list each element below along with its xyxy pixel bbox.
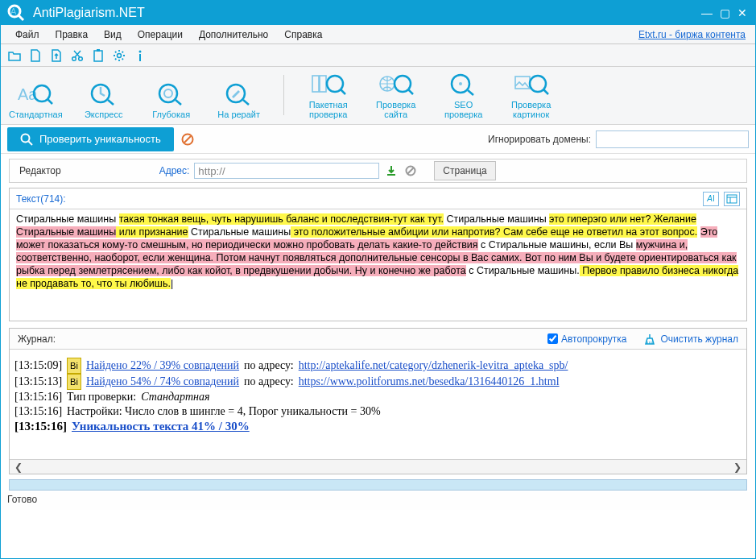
toolbar-separator: [283, 75, 284, 115]
site-icon: [378, 71, 414, 98]
ignore-domains-label: Игнорировать домены:: [488, 134, 591, 145]
font-mode-icon[interactable]: AI: [703, 192, 719, 206]
mode-standard[interactable]: Aa Стандартная: [9, 81, 63, 119]
info-icon[interactable]: [133, 48, 147, 63]
svg-point-28: [459, 82, 462, 85]
mode-images[interactable]: Проверкакартинок: [505, 71, 558, 119]
mode-deep[interactable]: Глубокая: [145, 81, 198, 119]
settings-gear-icon[interactable]: [112, 48, 126, 63]
svg-line-29: [468, 90, 473, 95]
menu-file[interactable]: Файл: [7, 27, 48, 43]
journal-row: [13:15:16] Настройки: Число слов в шингл…: [14, 404, 742, 419]
journal-hscroll[interactable]: ❮ ❯: [10, 459, 746, 474]
svg-line-19: [243, 100, 249, 105]
svg-text:A: A: [10, 6, 17, 16]
svg-line-23: [341, 89, 345, 94]
images-icon: [514, 71, 549, 98]
svg-line-34: [29, 141, 33, 145]
mode-batch-label: Пакетнаяпроверка: [309, 100, 348, 119]
clear-journal-button[interactable]: Очистить журнал: [644, 333, 738, 345]
journal-row: [13:15:16]Уникальность текста 41% / 30%: [14, 419, 742, 433]
svg-line-36: [184, 136, 191, 143]
menubar: Файл Правка Вид Операции Дополнительно С…: [1, 25, 755, 44]
new-file-icon[interactable]: [28, 48, 43, 63]
svg-point-16: [164, 89, 172, 97]
scroll-right-icon[interactable]: ❯: [733, 462, 742, 473]
mode-rewrite[interactable]: На рерайт: [213, 81, 266, 119]
menu-ops[interactable]: Операции: [130, 27, 191, 43]
svg-line-17: [176, 100, 181, 105]
svg-line-26: [408, 89, 413, 94]
express-icon: [89, 81, 118, 108]
page-tab[interactable]: Страница: [434, 161, 495, 180]
close-icon[interactable]: ✕: [734, 5, 750, 21]
standard-icon: Aa: [18, 81, 53, 108]
minimize-icon[interactable]: —: [699, 5, 715, 21]
download-icon[interactable]: [384, 164, 399, 178]
mode-standard-label: Стандартная: [9, 110, 63, 119]
mode-images-label: Проверкакартинок: [511, 100, 551, 119]
svg-rect-21: [320, 76, 326, 92]
mode-seo-label: SEOпроверка: [444, 100, 482, 119]
seo-icon: [449, 71, 478, 98]
upload-icon[interactable]: [49, 48, 64, 63]
scroll-left-icon[interactable]: ❮: [14, 462, 23, 473]
rewrite-icon: [225, 81, 254, 108]
svg-rect-40: [727, 195, 737, 203]
svg-point-15: [159, 85, 177, 102]
editor-textarea[interactable]: Стиральные машины такая тонкая вещь, чут…: [10, 209, 746, 321]
svg-point-8: [139, 50, 142, 52]
magnifier-icon: [20, 133, 33, 146]
maximize-icon[interactable]: ▢: [717, 5, 733, 21]
svg-line-14: [108, 100, 114, 105]
editor-panel: Текст(714): AI Стиральные машины такая т…: [9, 188, 747, 321]
app-title: AntiPlagiarism.NET: [33, 6, 699, 20]
cut-icon[interactable]: [70, 48, 85, 63]
svg-rect-5: [94, 51, 102, 61]
broom-icon: [644, 333, 655, 345]
journal-row: [13:15:09]BiНайдено 22% / 39% совпадений…: [14, 358, 742, 374]
svg-point-7: [118, 53, 122, 57]
paste-icon[interactable]: [91, 48, 105, 63]
mode-rewrite-label: На рерайт: [217, 110, 260, 119]
svg-line-39: [408, 168, 414, 174]
titlebar: A AntiPlagiarism.NET — ▢ ✕: [1, 1, 755, 25]
autoscroll-checkbox[interactable]: Автопрокрутка: [547, 333, 626, 345]
mode-batch[interactable]: Пакетнаяпроверка: [302, 71, 355, 119]
journal-title: Журнал:: [18, 333, 56, 345]
menu-extra[interactable]: Дополнительно: [191, 27, 276, 43]
deep-icon: [157, 81, 186, 108]
mode-deep-label: Глубокая: [152, 110, 190, 119]
svg-line-1: [19, 15, 23, 20]
check-uniqueness-button[interactable]: Проверить уникальность: [7, 127, 174, 151]
menu-edit[interactable]: Правка: [48, 27, 97, 43]
mode-seo[interactable]: SEOпроверка: [437, 71, 490, 119]
status-bar: Готово: [1, 492, 755, 510]
menu-help[interactable]: Справка: [276, 27, 330, 43]
address-label: Адрес:: [159, 165, 190, 176]
mode-express[interactable]: Экспресс: [77, 81, 130, 119]
svg-rect-6: [97, 49, 100, 52]
svg-rect-20: [312, 76, 319, 92]
cancel-small-icon[interactable]: [403, 164, 418, 178]
svg-point-33: [22, 134, 30, 142]
svg-line-12: [48, 99, 52, 104]
mode-site[interactable]: Проверкасайта: [370, 71, 423, 119]
action-bar: Проверить уникальность Игнорировать доме…: [1, 125, 755, 154]
ignore-domains-input[interactable]: [596, 130, 749, 148]
layout-mode-icon[interactable]: [724, 192, 740, 206]
cancel-icon[interactable]: [180, 132, 195, 147]
address-input[interactable]: [194, 163, 379, 179]
open-folder-icon[interactable]: [7, 48, 22, 63]
etxt-link[interactable]: Etxt.ru - биржа контента: [638, 29, 749, 40]
text-counter-label: Текст(714):: [16, 193, 66, 205]
mode-site-label: Проверкасайта: [376, 100, 415, 119]
batch-icon: [311, 71, 346, 98]
app-logo-icon: A: [6, 2, 27, 23]
svg-line-32: [543, 89, 548, 94]
menu-view[interactable]: Вид: [96, 27, 130, 43]
progress-bar: [9, 479, 747, 491]
journal-panel: Журнал: Автопрокрутка Очистить журнал [1…: [9, 328, 747, 474]
toolbar-small: [1, 44, 755, 67]
journal-list[interactable]: [13:15:09]BiНайдено 22% / 39% совпадений…: [10, 350, 746, 459]
